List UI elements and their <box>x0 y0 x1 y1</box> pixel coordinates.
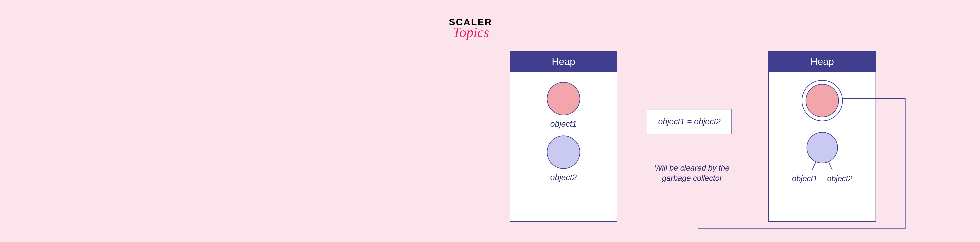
assignment-code: object1 = object2 <box>658 117 721 126</box>
object2-group-left: object2 <box>547 135 580 182</box>
ref-tick-left <box>811 162 816 170</box>
heap-right-title: Heap <box>769 52 875 72</box>
gc-target-circle <box>805 84 839 117</box>
connector-v2 <box>698 187 698 229</box>
gc-target-ring <box>802 80 843 121</box>
ref-tick-right <box>829 162 833 170</box>
heap-box-right: Heap object1 object2 <box>768 51 876 221</box>
object2-label-left: object2 <box>550 173 577 182</box>
scaler-topics-logo: SCALER Topics <box>449 17 492 41</box>
object1-circle-left <box>547 82 580 115</box>
heap-left-title: Heap <box>510 52 617 72</box>
gc-note-line1: Will be cleared by the <box>655 163 730 173</box>
object1-group-left: object1 <box>547 82 580 129</box>
gc-note-line2: garbage collector <box>655 173 730 183</box>
ref-label-object2: object2 <box>827 174 853 183</box>
heap-box-left: Heap object1 object2 <box>510 51 617 221</box>
assignment-code-box: object1 = object2 <box>647 109 732 134</box>
logo-line2: Topics <box>453 24 492 41</box>
shared-circle-wrap <box>807 132 838 163</box>
ref-labels: object1 object2 <box>792 174 853 183</box>
shared-object-group: object1 object2 <box>792 132 853 183</box>
connector-h2 <box>698 228 905 229</box>
object2-circle-left <box>547 135 580 169</box>
gc-note: Will be cleared by the garbage collector <box>655 163 730 183</box>
shared-object-circle <box>807 132 838 163</box>
connector-v1 <box>905 98 905 229</box>
heap-left-body: object1 object2 <box>510 72 617 194</box>
object1-label-left: object1 <box>550 119 577 129</box>
heap-right-body: object1 object2 <box>769 72 875 195</box>
connector-h1 <box>843 98 905 99</box>
ref-label-object1: object1 <box>792 174 817 183</box>
